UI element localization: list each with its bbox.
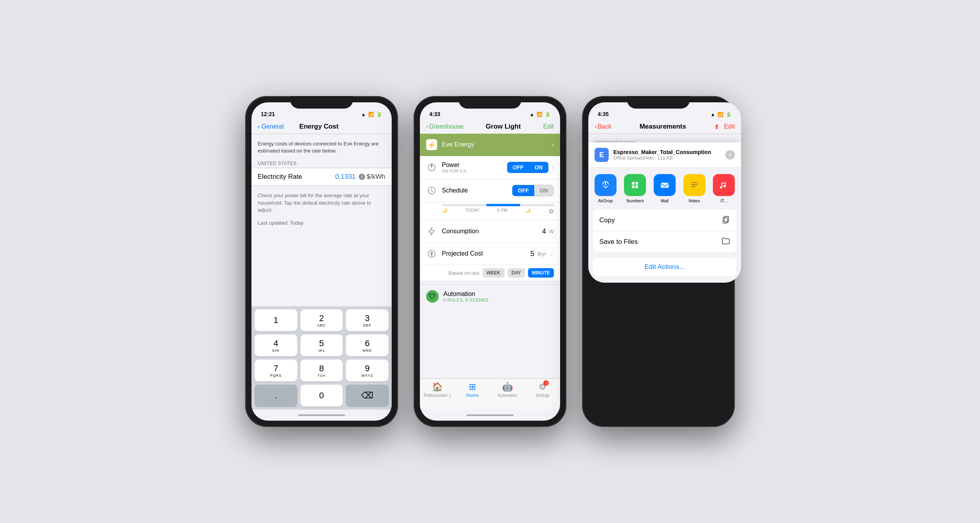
key-4[interactable]: 4 GHI — [255, 334, 297, 356]
battery-icon-2: 🔋 — [545, 112, 551, 117]
folder-icon — [721, 237, 730, 247]
share-app-notes[interactable]: Notes — [680, 174, 709, 203]
share-sheet: E Espresso_Maker_Total_Consumption Offic… — [588, 142, 741, 283]
key-3[interactable]: 3 DEF — [346, 309, 389, 331]
key-5[interactable]: 5 JKL — [300, 334, 343, 356]
share-app-more[interactable]: iT... — [710, 174, 738, 203]
svg-rect-1 — [431, 164, 432, 167]
power-on-btn[interactable]: ON — [529, 162, 548, 173]
nav-bar-2: ‹ Greenhouse Grow Light Edit — [420, 120, 560, 134]
consumption-value: 4 — [542, 227, 546, 236]
svg-rect-7 — [635, 182, 638, 185]
key-backspace[interactable]: ⌫ — [346, 385, 389, 407]
power-info: Power ON FOR 5 H — [442, 162, 507, 173]
projected-unit: $/yr — [537, 251, 546, 257]
airdrop-icon — [595, 174, 617, 196]
share-icon[interactable]: ⬆ — [714, 123, 719, 131]
notch-3 — [627, 96, 690, 109]
svg-rect-5 — [629, 179, 641, 191]
chevron-left-icon-2: ‹ — [426, 123, 428, 130]
key-9[interactable]: 9 WXYZ — [346, 360, 389, 381]
day-btn[interactable]: DAY — [508, 268, 525, 278]
eve-energy-label: Eve Energy — [442, 141, 552, 148]
share-close-button[interactable]: ✕ — [725, 150, 735, 160]
back-button-3[interactable]: ‹ Back — [595, 123, 611, 130]
battery-icon-3: 🔋 — [726, 112, 732, 117]
consumption-label: Consumption — [442, 228, 542, 235]
schedule-icon — [426, 185, 437, 196]
edit-button-2[interactable]: Edit — [543, 123, 554, 130]
key-0[interactable]: 0 — [300, 385, 343, 407]
info-text-1: Check your power bill for the average ra… — [251, 189, 392, 217]
power-card: Power ON FOR 5 H OFF ON › — [420, 156, 560, 281]
back-button-1[interactable]: ‹ General — [258, 123, 284, 130]
svg-rect-8 — [632, 185, 635, 188]
back-button-2[interactable]: ‹ Greenhouse — [426, 123, 463, 130]
copy-label: Copy — [599, 216, 615, 224]
signal-icon: ▲ — [361, 112, 366, 117]
electricity-rate-label: Electricity Rate — [258, 173, 335, 181]
power-toggle-group[interactable]: OFF ON — [507, 162, 549, 173]
tab-settings[interactable]: ⚙ 2 Settings — [525, 382, 561, 398]
share-app-mail[interactable]: Mail — [651, 174, 679, 203]
schedule-toggle-group[interactable]: OFF ON — [512, 185, 554, 196]
key-1[interactable]: 1 — [255, 309, 297, 331]
share-app-numbers[interactable]: Numbers — [621, 174, 649, 203]
share-file-row: E Espresso_Maker_Total_Consumption Offic… — [588, 142, 741, 168]
settings-icon[interactable]: ⚙ — [548, 208, 554, 215]
tab-automation[interactable]: 🤖 Automation — [490, 382, 525, 398]
today-label: TODAY — [465, 208, 479, 215]
key-7[interactable]: 7 PQRS — [255, 360, 297, 381]
save-to-files-action[interactable]: Save to Files — [593, 231, 736, 252]
automation-info: Automation 0 RULES, 0 SCENES — [443, 291, 488, 302]
automation-row[interactable]: 🛡 Automation 0 RULES, 0 SCENES — [420, 284, 560, 308]
nav-bar-1: ‹ General Energy Cost — [251, 120, 392, 134]
schedule-off-btn[interactable]: OFF — [512, 185, 534, 196]
copy-action[interactable]: Copy — [593, 209, 736, 231]
minute-btn[interactable]: MINUTE — [528, 268, 554, 278]
settings-tab-icon-wrapper: ⚙ 2 — [539, 382, 546, 392]
based-on-label: Based on last — [448, 270, 479, 276]
home-bar-1 — [298, 414, 345, 416]
content-2: ⚡ Eve Energy › Power ON FOR 5 H — [420, 134, 560, 378]
time-2: 4:33 — [429, 111, 440, 117]
schedule-on-btn[interactable]: ON — [534, 185, 553, 196]
content-1: Energy costs of devices connected to Eve… — [251, 134, 392, 306]
airdrop-label: AirDrop — [598, 198, 613, 203]
power-toggle: OFF ON › — [507, 162, 554, 173]
itunes-icon — [713, 174, 735, 196]
svg-rect-16 — [718, 179, 730, 191]
electricity-rate-value[interactable]: 0.1331 — [335, 173, 356, 181]
more-label: iT... — [721, 198, 727, 203]
power-chevron-icon: › — [552, 164, 554, 171]
tab-rooms[interactable]: ⊞ Rooms — [455, 382, 490, 398]
edit-button-3[interactable]: Edit — [724, 123, 735, 130]
key-8[interactable]: 8 TUV — [300, 360, 343, 381]
automation-sub: 0 RULES, 0 SCENES — [443, 298, 488, 302]
share-apps-row: AirDrop Numbers — [588, 168, 741, 206]
home-indicator-2 — [420, 410, 560, 421]
projected-info: Projected Cost — [442, 250, 530, 257]
screen-2: 4:33 ▲ 📶 🔋 ‹ Greenhouse Grow Light Edit … — [420, 102, 560, 421]
tab-home[interactable]: 🏠 Rotkreuzplatz 1 — [420, 382, 455, 398]
notes-label: Notes — [689, 198, 700, 203]
projected-value-group: 5 $/yr ⌄ — [530, 250, 554, 258]
key-6[interactable]: 6 MNO — [346, 334, 389, 356]
electricity-rate-row: Electricity Rate 0.1331 i $/kWh — [251, 168, 392, 186]
schedule-info: Schedule — [442, 187, 512, 194]
power-off-btn[interactable]: OFF — [507, 162, 529, 173]
power-label: Power — [442, 162, 507, 169]
rooms-tab-icon: ⊞ — [469, 382, 476, 392]
key-dot[interactable]: . — [255, 385, 297, 407]
eve-energy-row[interactable]: ⚡ Eve Energy › — [420, 134, 560, 156]
eve-energy-icon: ⚡ — [426, 139, 437, 150]
share-app-airdrop[interactable]: AirDrop — [591, 174, 620, 203]
edit-actions-button[interactable]: Edit Actions... — [593, 258, 736, 276]
battery-icon: 🔋 — [376, 112, 382, 117]
svg-rect-14 — [691, 184, 698, 185]
key-2[interactable]: 2 ABC — [300, 309, 343, 331]
consumption-row: Consumption 4 W — [420, 220, 560, 243]
week-btn[interactable]: WEEK — [483, 268, 504, 278]
automation-tab-label: Automation — [497, 393, 517, 398]
mail-label: Mail — [661, 198, 669, 203]
